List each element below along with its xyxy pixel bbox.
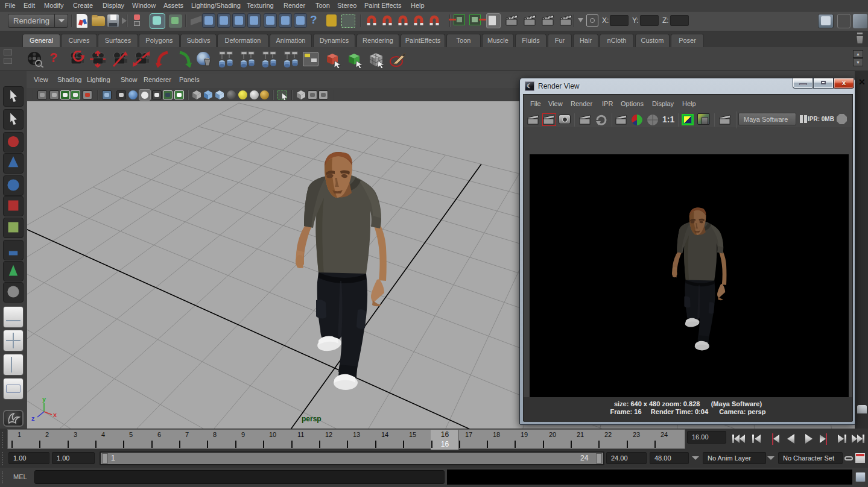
svg-text:y: y — [42, 395, 46, 403]
svg-text:x: x — [53, 411, 57, 418]
svg-text:z: z — [31, 415, 35, 422]
